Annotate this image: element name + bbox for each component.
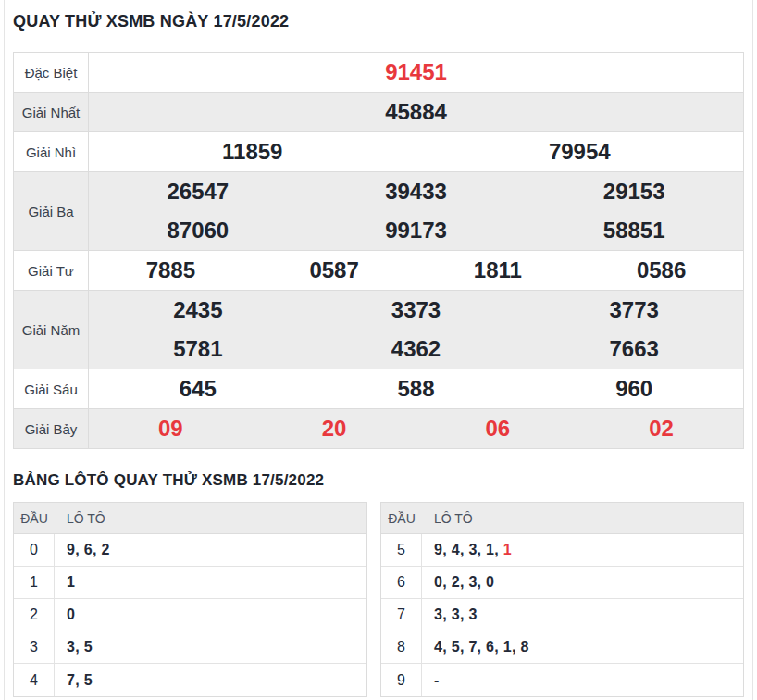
lotto-row: 9- [381,664,743,696]
results-table: Đặc Biệt91451Giải Nhất45884Giải Nhì11859… [13,52,744,449]
prize-number: 02 [579,409,743,448]
lotto-header-dau: ĐẦU [14,503,55,533]
prize-number: 3373 [307,291,526,330]
loto-number: 3 [468,574,477,591]
prize-number: 26547 [89,172,307,211]
dau-cell: 7 [381,599,422,631]
loto-number: - [434,672,440,689]
loto-cell: 4, 5, 7, 6, 1, 8 [422,631,743,663]
loto-cell: 3, 3, 3 [422,599,743,631]
loto-cell: - [422,664,743,696]
prize-number: 645 [89,369,307,408]
loto-number: 0 [486,574,494,591]
loto-number: 6 [84,542,93,558]
prize-line: 645588960 [89,369,743,408]
prize-number: 11859 [89,132,416,171]
lotto-row: 33, 5 [14,631,366,664]
prize-number: 2435 [89,291,307,330]
loto-number: 9 [434,542,442,558]
dau-cell: 3 [14,631,55,663]
prize-number: 0587 [253,251,416,290]
prize-number: 5781 [89,330,307,369]
prize-label: Đặc Biệt [14,53,89,92]
loto-cell: 3, 5 [55,631,366,663]
loto-number: 5 [84,639,93,656]
lotto-row: 47, 5 [14,664,366,696]
dau-cell: 6 [381,567,422,598]
loto-number: 5 [452,639,460,656]
lotto-row: 11 [14,567,366,599]
prize-row: Giải Nhất45884 [14,93,743,132]
loto-number: 7 [468,639,477,656]
loto-number: 7 [67,672,75,689]
prize-number: 588 [307,369,526,408]
loto-cell: 0, 2, 3, 0 [422,567,743,598]
lotto-header-dau: ĐẦU [381,503,422,533]
prize-number: 87060 [89,211,307,250]
prize-number: 4362 [307,330,526,369]
prize-number: 0586 [579,251,743,290]
prize-number: 29153 [525,172,743,211]
prize-line: 578143627663 [89,330,743,369]
prize-line: 243533733773 [89,291,743,330]
prize-label: Giải Năm [14,291,89,369]
lotto-table: ĐẦULÔ TÔ09, 6, 2112033, 547, 5 [13,502,367,697]
loto-number: 1 [503,639,512,656]
dau-cell: 1 [14,567,55,598]
prize-body: 265473943329153870609917358851 [89,172,743,250]
prize-line: 1185979954 [89,132,743,171]
prize-number: 7663 [525,330,743,369]
dau-cell: 0 [14,534,55,566]
lotto-row: 73, 3, 3 [381,599,743,631]
prize-number: 91451 [89,53,743,92]
lotto-heading: BẢNG LÔTÔ QUAY THỬ XSMB 17/5/2022 [13,471,744,489]
loto-cell: 7, 5 [55,664,366,696]
prize-label: Giải Sáu [14,369,89,408]
lotto-row: 60, 2, 3, 0 [381,567,743,599]
prize-body: 243533733773578143627663 [89,291,743,369]
loto-number: 3 [468,542,477,558]
lotto-header-loto: LÔ TÔ [422,503,743,533]
loto-cell: 9, 6, 2 [55,534,366,566]
page-container: QUAY THỬ XSMB NGÀY 17/5/2022 Đặc Biệt914… [4,0,753,700]
loto-number: 0 [67,606,75,623]
prize-number: 20 [253,409,416,448]
prize-line: 09200602 [89,409,743,448]
prize-body: 7885058718110586 [89,251,743,290]
prize-body: 645588960 [89,369,743,408]
prize-line: 91451 [89,53,743,92]
prize-label: Giải Nhất [14,93,89,131]
prize-number: 45884 [89,93,743,131]
loto-number: 9 [67,542,75,558]
prize-row: Giải Tư7885058718110586 [14,251,743,291]
lotto-header-loto: LÔ TÔ [55,503,366,533]
prize-label: Giải Ba [14,172,89,250]
loto-number: 0 [434,574,442,591]
prize-number: 79954 [416,132,744,171]
dau-cell: 4 [14,664,55,696]
prize-body: 09200602 [89,409,743,448]
prize-label: Giải Bảy [14,409,89,448]
prize-row: Giải Nhì1185979954 [14,132,743,172]
loto-number: 6 [486,639,494,656]
lotto-row: 84, 5, 7, 6, 1, 8 [381,631,743,664]
prize-number: 39433 [307,172,526,211]
prize-number: 7885 [89,251,253,290]
loto-number: 3 [434,606,442,623]
lotto-table: ĐẦULÔ TÔ59, 4, 3, 1, 160, 2, 3, 073, 3, … [380,502,744,697]
loto-cell: 9, 4, 3, 1, 1 [422,534,743,566]
prize-line: 265473943329153 [89,172,743,211]
prize-line: 870609917358851 [89,211,743,250]
prize-number: 960 [525,369,743,408]
prize-number: 99173 [307,211,526,250]
lotto-row: 20 [14,599,366,631]
prize-body: 91451 [89,53,743,92]
prize-number: 09 [89,409,253,448]
lotto-header-row: ĐẦULÔ TÔ [381,503,743,534]
prize-line: 7885058718110586 [89,251,743,290]
dau-cell: 2 [14,599,55,631]
loto-number: 3 [67,639,75,656]
loto-cell: 1 [55,567,366,598]
dau-cell: 9 [381,664,422,696]
page-title: QUAY THỬ XSMB NGÀY 17/5/2022 [13,0,744,31]
